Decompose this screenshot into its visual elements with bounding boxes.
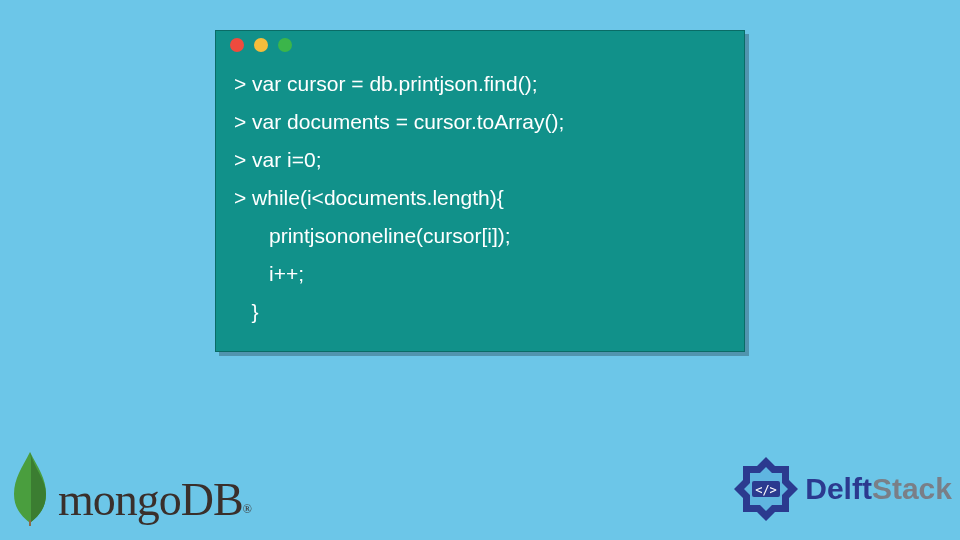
code-line: } <box>234 293 726 331</box>
window-titlebar <box>216 31 744 59</box>
code-line: > var cursor = db.printjson.find(); <box>234 65 726 103</box>
delftstack-text: DelftStack <box>805 472 952 506</box>
code-window: > var cursor = db.printjson.find(); > va… <box>215 30 745 352</box>
code-line: i++; <box>234 255 726 293</box>
svg-rect-0 <box>29 520 31 526</box>
registered-mark: ® <box>243 502 251 516</box>
maximize-icon <box>278 38 292 52</box>
code-line: printjsononeline(cursor[i]); <box>234 217 726 255</box>
minimize-icon <box>254 38 268 52</box>
delft-word: Delft <box>805 472 872 505</box>
stack-word: Stack <box>872 472 952 505</box>
code-line: > var documents = cursor.toArray(); <box>234 103 726 141</box>
delftstack-logo: </> DelftStack <box>731 454 952 524</box>
delftstack-badge-icon: </> <box>731 454 801 524</box>
mongodb-leaf-icon <box>10 450 50 526</box>
mongodb-text: mongoDB® <box>58 473 251 526</box>
mongodb-logo: mongoDB® <box>10 450 251 526</box>
code-body: > var cursor = db.printjson.find(); > va… <box>216 59 744 351</box>
close-icon <box>230 38 244 52</box>
code-line: > while(i<documents.length){ <box>234 179 726 217</box>
svg-text:</>: </> <box>755 483 777 497</box>
mongodb-wordmark: mongoDB <box>58 474 243 525</box>
footer: mongoDB® </> DelftStack <box>0 430 960 540</box>
code-line: > var i=0; <box>234 141 726 179</box>
